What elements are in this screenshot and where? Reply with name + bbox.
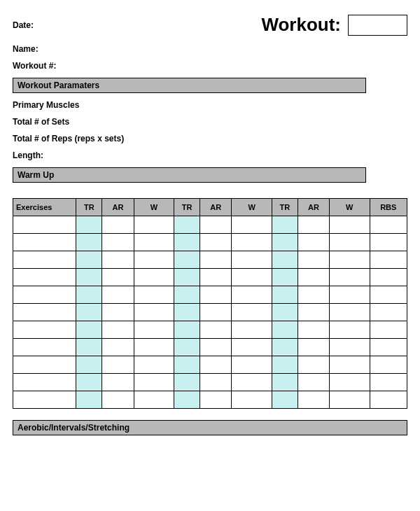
table-cell[interactable] <box>298 251 329 269</box>
table-cell[interactable] <box>232 339 272 356</box>
table-cell[interactable] <box>102 321 134 339</box>
table-cell[interactable] <box>330 286 370 304</box>
table-cell[interactable] <box>370 356 407 374</box>
table-cell[interactable] <box>298 356 329 374</box>
table-cell[interactable] <box>174 251 200 269</box>
table-cell[interactable] <box>102 374 134 391</box>
table-cell[interactable] <box>370 374 407 391</box>
table-cell[interactable] <box>13 269 76 286</box>
table-cell[interactable] <box>298 234 329 251</box>
table-cell[interactable] <box>330 321 370 339</box>
table-cell[interactable] <box>272 234 298 251</box>
table-cell[interactable] <box>298 321 329 339</box>
table-cell[interactable] <box>102 269 134 286</box>
table-cell[interactable] <box>102 339 134 356</box>
table-cell[interactable] <box>272 286 298 304</box>
table-cell[interactable] <box>232 286 272 304</box>
table-cell[interactable] <box>76 356 102 374</box>
table-cell[interactable] <box>200 216 232 234</box>
table-cell[interactable] <box>330 216 370 234</box>
table-cell[interactable] <box>272 374 298 391</box>
table-cell[interactable] <box>232 321 272 339</box>
table-cell[interactable] <box>134 286 174 304</box>
table-cell[interactable] <box>174 216 200 234</box>
table-cell[interactable] <box>272 391 298 409</box>
table-cell[interactable] <box>272 269 298 286</box>
table-cell[interactable] <box>13 321 76 339</box>
table-cell[interactable] <box>232 374 272 391</box>
table-cell[interactable] <box>134 391 174 409</box>
table-cell[interactable] <box>174 304 200 321</box>
table-cell[interactable] <box>174 339 200 356</box>
table-cell[interactable] <box>330 339 370 356</box>
table-cell[interactable] <box>298 339 329 356</box>
table-cell[interactable] <box>102 234 134 251</box>
table-cell[interactable] <box>232 234 272 251</box>
table-cell[interactable] <box>200 251 232 269</box>
table-cell[interactable] <box>174 269 200 286</box>
table-cell[interactable] <box>76 216 102 234</box>
table-cell[interactable] <box>13 304 76 321</box>
workout-number-input[interactable] <box>348 15 407 36</box>
table-cell[interactable] <box>13 374 76 391</box>
table-cell[interactable] <box>174 356 200 374</box>
table-cell[interactable] <box>370 216 407 234</box>
table-cell[interactable] <box>200 269 232 286</box>
table-cell[interactable] <box>13 216 76 234</box>
table-cell[interactable] <box>13 286 76 304</box>
table-cell[interactable] <box>102 304 134 321</box>
table-cell[interactable] <box>13 391 76 409</box>
table-cell[interactable] <box>200 286 232 304</box>
table-cell[interactable] <box>200 391 232 409</box>
table-cell[interactable] <box>272 356 298 374</box>
table-cell[interactable] <box>330 391 370 409</box>
table-cell[interactable] <box>76 304 102 321</box>
table-cell[interactable] <box>370 234 407 251</box>
table-cell[interactable] <box>272 251 298 269</box>
table-cell[interactable] <box>298 216 329 234</box>
table-cell[interactable] <box>298 374 329 391</box>
table-cell[interactable] <box>200 339 232 356</box>
table-cell[interactable] <box>134 356 174 374</box>
table-cell[interactable] <box>330 304 370 321</box>
table-cell[interactable] <box>13 356 76 374</box>
table-cell[interactable] <box>76 339 102 356</box>
table-cell[interactable] <box>298 269 329 286</box>
table-cell[interactable] <box>200 374 232 391</box>
table-cell[interactable] <box>13 251 76 269</box>
table-cell[interactable] <box>298 304 329 321</box>
table-cell[interactable] <box>232 216 272 234</box>
table-cell[interactable] <box>370 269 407 286</box>
table-cell[interactable] <box>174 391 200 409</box>
table-cell[interactable] <box>76 374 102 391</box>
table-cell[interactable] <box>102 286 134 304</box>
table-cell[interactable] <box>134 234 174 251</box>
table-cell[interactable] <box>76 251 102 269</box>
table-cell[interactable] <box>76 321 102 339</box>
table-cell[interactable] <box>134 269 174 286</box>
table-cell[interactable] <box>330 251 370 269</box>
table-cell[interactable] <box>330 234 370 251</box>
table-cell[interactable] <box>232 391 272 409</box>
table-cell[interactable] <box>200 304 232 321</box>
table-cell[interactable] <box>370 391 407 409</box>
table-cell[interactable] <box>370 304 407 321</box>
table-cell[interactable] <box>174 374 200 391</box>
table-cell[interactable] <box>272 216 298 234</box>
table-cell[interactable] <box>13 339 76 356</box>
table-cell[interactable] <box>330 269 370 286</box>
table-cell[interactable] <box>200 321 232 339</box>
table-cell[interactable] <box>272 321 298 339</box>
table-cell[interactable] <box>370 286 407 304</box>
table-cell[interactable] <box>232 269 272 286</box>
table-cell[interactable] <box>200 356 232 374</box>
table-cell[interactable] <box>298 286 329 304</box>
table-cell[interactable] <box>370 339 407 356</box>
table-cell[interactable] <box>102 391 134 409</box>
table-cell[interactable] <box>330 356 370 374</box>
table-cell[interactable] <box>370 251 407 269</box>
table-cell[interactable] <box>134 216 174 234</box>
table-cell[interactable] <box>272 339 298 356</box>
table-cell[interactable] <box>102 216 134 234</box>
table-cell[interactable] <box>174 321 200 339</box>
